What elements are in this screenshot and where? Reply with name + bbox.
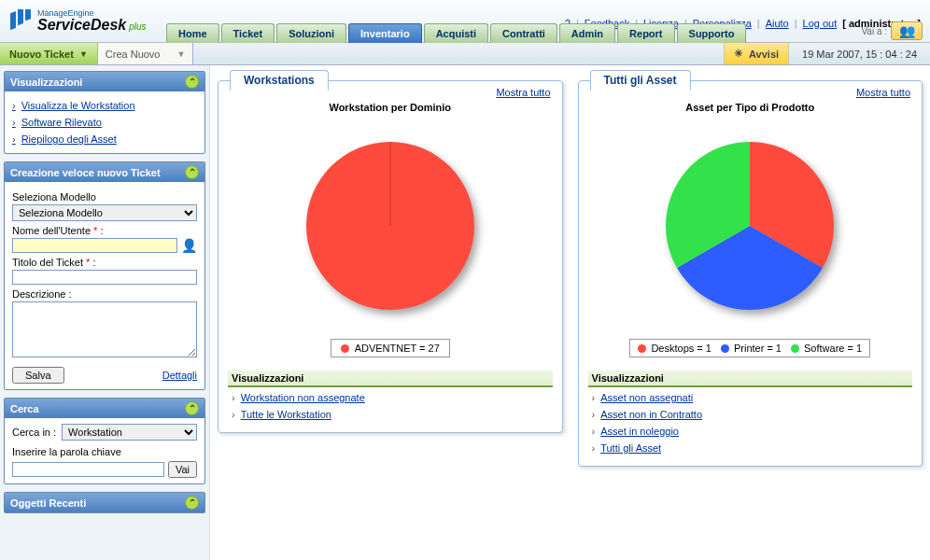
tab-report[interactable]: Report: [617, 23, 674, 43]
create-new-dropdown[interactable]: Crea Nuovo▼: [98, 43, 194, 64]
collapse-icon[interactable]: ⌃: [185, 496, 199, 510]
nome-utente-input[interactable]: [12, 238, 177, 253]
svg-rect-1: [18, 9, 23, 25]
widget-cerca: Cerca⌃ Cerca in :Workstation Inserire la…: [4, 398, 205, 484]
chart-legend: Desktops = 1Printer = 1Software = 1: [629, 339, 870, 357]
brand-product: ServiceDesk: [37, 18, 126, 33]
logo: ManageEngine ServiceDeskplus: [6, 9, 147, 37]
lookup-user-icon[interactable]: 👤: [181, 238, 197, 253]
avvisi-button[interactable]: ☀Avvisi: [724, 43, 789, 64]
panel-link[interactable]: Tutte le Workstation: [232, 406, 549, 423]
sidebar: Visualizzazioni⌃ Visualizza le Workstati…: [0, 65, 210, 560]
nome-label: Nome dell'Utente * :: [12, 225, 197, 236]
svg-rect-0: [10, 10, 16, 29]
sidebar-link[interactable]: Software Rilevato: [12, 114, 197, 131]
action-bar: Nuovo Ticket▼ Crea Nuovo▼ ☀Avvisi 19 Mar…: [0, 43, 930, 65]
main-nav: HomeTicketSoluzioniInventarioAcquistiCon…: [166, 23, 746, 43]
sidebar-link[interactable]: Visualizza le Workstation: [12, 97, 197, 114]
widget-title: Cerca: [10, 403, 39, 414]
tab-admin[interactable]: Admin: [559, 23, 615, 43]
collapse-icon[interactable]: ⌃: [185, 165, 199, 179]
widget-title: Oggetti Recenti: [10, 497, 86, 509]
titolo-ticket-input[interactable]: [12, 270, 197, 285]
mostra-tutto-link[interactable]: Mostra tutto: [856, 87, 910, 98]
goto: Vai a : 👥: [861, 21, 923, 43]
sun-icon: ☀: [734, 48, 743, 60]
header: ManageEngine ServiceDeskplus ?| Feedback…: [0, 0, 930, 43]
cerca-in-label: Cerca in :: [12, 427, 56, 438]
chart-legend: ADVENTNET = 27: [331, 339, 450, 357]
widget-visualizzazioni: Visualizzazioni⌃ Visualizza le Workstati…: [4, 71, 205, 154]
descrizione-label: Descrizione :: [12, 288, 197, 300]
descrizione-textarea[interactable]: [12, 301, 197, 357]
sidebar-link[interactable]: Riepilogo degli Asset: [12, 131, 197, 147]
widget-quick-ticket: Creazione veloce nuovo Ticket⌃ Seleziona…: [4, 161, 205, 390]
logo-icon: [6, 9, 34, 37]
main-content: Workstations Mostra tutto Workstation pe…: [210, 65, 930, 560]
svg-rect-2: [25, 9, 31, 21]
vai-button[interactable]: [168, 461, 197, 478]
section-title: Visualizzazioni: [228, 371, 553, 387]
seleziona-label: Seleziona Modello: [12, 191, 197, 203]
tab-inventario[interactable]: Inventario: [348, 23, 422, 43]
tab-home[interactable]: Home: [166, 23, 219, 43]
tab-ticket[interactable]: Ticket: [221, 23, 275, 43]
tab-soluzioni[interactable]: Soluzioni: [276, 23, 346, 43]
titolo-label: Titolo del Ticket * :: [12, 257, 197, 268]
widget-title: Visualizzazioni: [10, 77, 82, 88]
chart-title: Asset per Tipo di Prodotto: [588, 102, 913, 113]
panel-link[interactable]: Asset non assegnati: [592, 389, 909, 406]
dettagli-link[interactable]: Dettagli: [162, 370, 197, 381]
panel-assets: Tutti gli Asset Mostra tutto Asset per T…: [578, 80, 923, 467]
tab-supporto[interactable]: Supporto: [677, 23, 747, 43]
salva-button[interactable]: [12, 367, 64, 384]
cerca-in-select[interactable]: Workstation: [62, 424, 197, 441]
panel-link[interactable]: Tutti gli Asset: [592, 440, 909, 456]
mostra-tutto-link[interactable]: Mostra tutto: [496, 87, 550, 98]
panel-title: Tutti gli Asset: [590, 70, 691, 91]
seleziona-modello-select[interactable]: Seleziona Modello: [12, 204, 197, 221]
tab-acquisti[interactable]: Acquisti: [424, 23, 488, 43]
keyword-label: Inserire la parola chiave: [12, 446, 197, 457]
chart-workstations: [228, 119, 553, 333]
panel-link[interactable]: Asset non in Contratto: [592, 406, 909, 423]
chevron-down-icon: ▼: [79, 49, 88, 59]
panel-link[interactable]: Asset in noleggio: [592, 423, 909, 440]
chart-title: Workstation per Dominio: [228, 102, 553, 113]
collapse-icon[interactable]: ⌃: [185, 401, 199, 415]
chart-assets: [588, 119, 913, 333]
timestamp: 19 Mar 2007, 15 : 04 : 24: [789, 49, 930, 60]
brand-plus: plus: [129, 22, 146, 32]
panel-title: Workstations: [230, 70, 329, 91]
panel-link[interactable]: Workstation non assegnate: [232, 389, 549, 406]
widget-recenti: Oggetti Recenti⌃: [4, 492, 205, 513]
tab-contratti[interactable]: Contratti: [490, 23, 557, 43]
goto-label: Vai a :: [861, 26, 887, 36]
goto-icon[interactable]: 👥: [891, 21, 923, 40]
section-title: Visualizzazioni: [588, 371, 913, 387]
panel-workstations: Workstations Mostra tutto Workstation pe…: [218, 80, 563, 433]
collapse-icon[interactable]: ⌃: [185, 75, 199, 89]
widget-title: Creazione veloce nuovo Ticket: [10, 167, 161, 178]
keyword-input[interactable]: [12, 462, 164, 477]
new-ticket-button[interactable]: Nuovo Ticket▼: [0, 43, 98, 64]
chevron-down-icon: ▼: [177, 49, 186, 59]
